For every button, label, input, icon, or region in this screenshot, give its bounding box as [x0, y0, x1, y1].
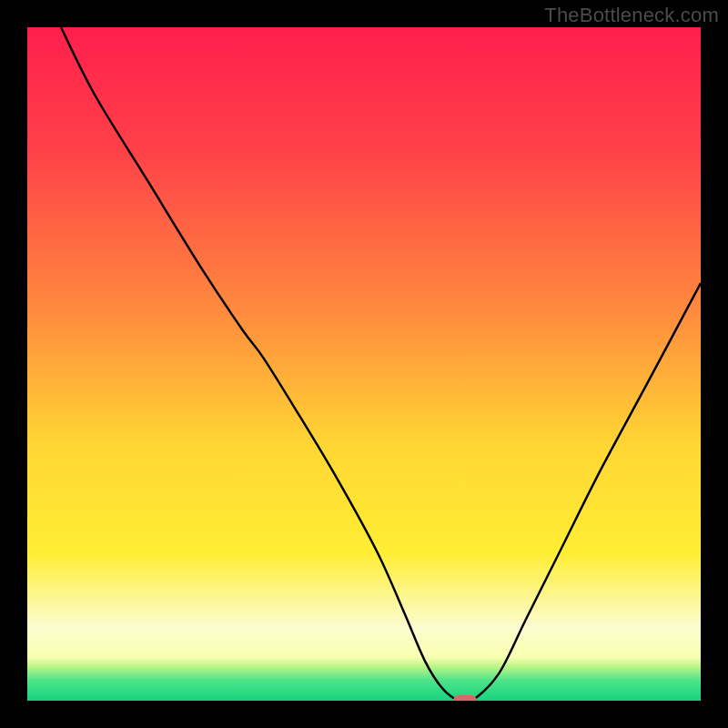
curve-path [61, 27, 701, 701]
chart-container: TheBottleneck.com [0, 0, 728, 728]
bottleneck-curve [27, 27, 701, 701]
plot-area [27, 27, 701, 701]
watermark: TheBottleneck.com [544, 4, 719, 27]
optimal-point-marker [453, 695, 477, 701]
